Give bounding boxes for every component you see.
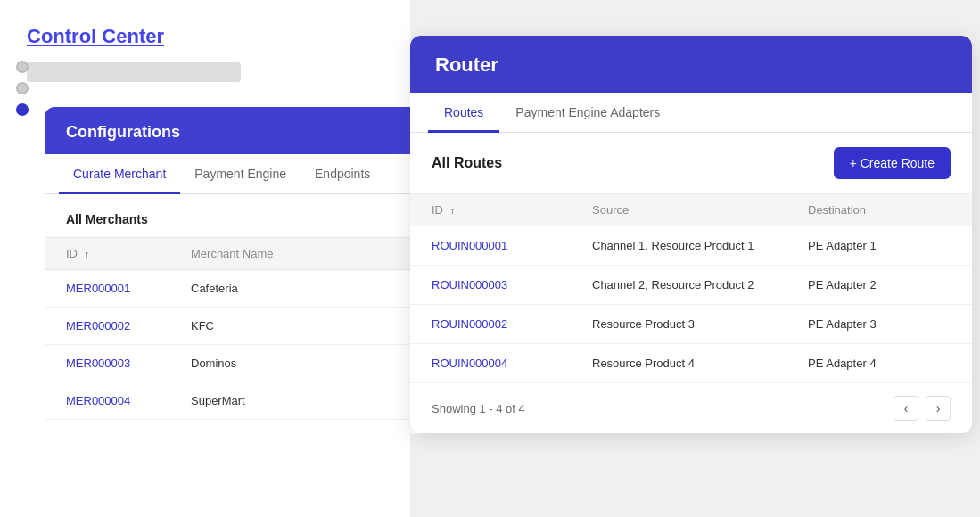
merchants-table-header: ID ↑ Merchant Name (45, 237, 419, 270)
table-row[interactable]: MER000003 Dominos (45, 345, 419, 382)
table-row[interactable]: ROUIN000004 Resource Product 4 PE Adapte… (410, 344, 972, 383)
configurations-body: All Merchants ID ↑ Merchant Name MER0000… (45, 194, 419, 434)
merchant-id[interactable]: MER000001 (66, 282, 191, 295)
route-id-sort-arrow[interactable]: ↑ (450, 205, 456, 216)
pagination-bar: Showing 1 - 4 of 4 ‹ › (410, 383, 972, 433)
merchant-name: KFC (191, 319, 398, 332)
tab-curate-merchant[interactable]: Curate Merchant (59, 154, 180, 194)
tab-endpoints[interactable]: Endpoints (301, 154, 384, 194)
route-destination: PE Adapter 1 (808, 239, 951, 252)
route-source: Resource Product 4 (592, 357, 808, 370)
route-source: Resource Product 3 (592, 317, 808, 331)
pagination-controls: ‹ › (894, 396, 951, 421)
all-merchants-label: All Merchants (45, 209, 419, 237)
merchant-name: SuperMart (191, 394, 398, 407)
id-sort-arrow[interactable]: ↑ (85, 249, 90, 259)
table-row[interactable]: ROUIN000003 Channel 2, Resource Product … (410, 266, 972, 305)
merchant-id[interactable]: MER000004 (66, 394, 191, 407)
subtitle-bar (27, 62, 241, 82)
merchant-name: Cafeteria (191, 282, 398, 295)
table-row[interactable]: MER000004 SuperMart (45, 382, 419, 420)
configurations-header: Configurations (45, 107, 419, 154)
routes-col-id: ID ↑ (432, 203, 592, 217)
routes-col-destination: Destination (808, 203, 951, 217)
router-body: All Routes + Create Route ID ↑ Source De… (410, 133, 972, 433)
tab-payment-engine[interactable]: Payment Engine (180, 154, 301, 194)
app-title: Control Center (0, 18, 410, 55)
routes-col-source: Source (592, 203, 808, 217)
route-id[interactable]: ROUIN000002 (432, 317, 592, 331)
route-destination: PE Adapter 3 (808, 317, 951, 331)
route-id[interactable]: ROUIN000001 (432, 239, 592, 252)
table-row[interactable]: MER000002 KFC (45, 308, 419, 345)
routes-title: All Routes (432, 155, 502, 171)
pagination-prev-button[interactable]: ‹ (894, 396, 918, 421)
routes-toolbar: All Routes + Create Route (410, 133, 972, 194)
route-source: Channel 1, Resource Product 1 (592, 239, 808, 252)
table-row[interactable]: MER000001 Cafeteria (45, 270, 419, 308)
merchant-id[interactable]: MER000002 (66, 319, 191, 332)
router-panel: Router Routes Payment Engine Adapters Al… (410, 36, 972, 433)
route-source: Channel 2, Resource Product 2 (592, 278, 808, 291)
pagination-next-button[interactable]: › (926, 396, 951, 421)
stepper-dot-3[interactable] (16, 103, 29, 116)
router-title: Router (410, 36, 972, 93)
stepper (16, 61, 29, 116)
merchants-col-name: Merchant Name (191, 247, 398, 260)
tab-payment-engine-adapters[interactable]: Payment Engine Adapters (499, 93, 676, 133)
configurations-panel: Configurations Curate Merchant Payment E… (45, 107, 419, 434)
create-route-button[interactable]: + Create Route (834, 147, 951, 179)
tab-routes[interactable]: Routes (428, 93, 499, 133)
route-id[interactable]: ROUIN000003 (432, 278, 592, 291)
route-id[interactable]: ROUIN000004 (432, 357, 592, 370)
stepper-dot-2 (16, 82, 29, 94)
route-destination: PE Adapter 4 (808, 357, 951, 370)
table-row[interactable]: ROUIN000001 Channel 1, Resource Product … (410, 226, 972, 266)
merchant-name: Dominos (191, 357, 398, 370)
merchant-id[interactable]: MER000003 (66, 357, 191, 370)
stepper-dot-1 (16, 61, 29, 73)
pagination-info: Showing 1 - 4 of 4 (432, 402, 525, 415)
router-tabs: Routes Payment Engine Adapters (410, 93, 972, 133)
configurations-tabs: Curate Merchant Payment Engine Endpoints (45, 154, 419, 194)
table-row[interactable]: ROUIN000002 Resource Product 3 PE Adapte… (410, 305, 972, 344)
route-destination: PE Adapter 2 (808, 278, 951, 291)
merchants-col-id: ID ↑ (66, 247, 191, 260)
routes-table-header: ID ↑ Source Destination (410, 194, 972, 226)
